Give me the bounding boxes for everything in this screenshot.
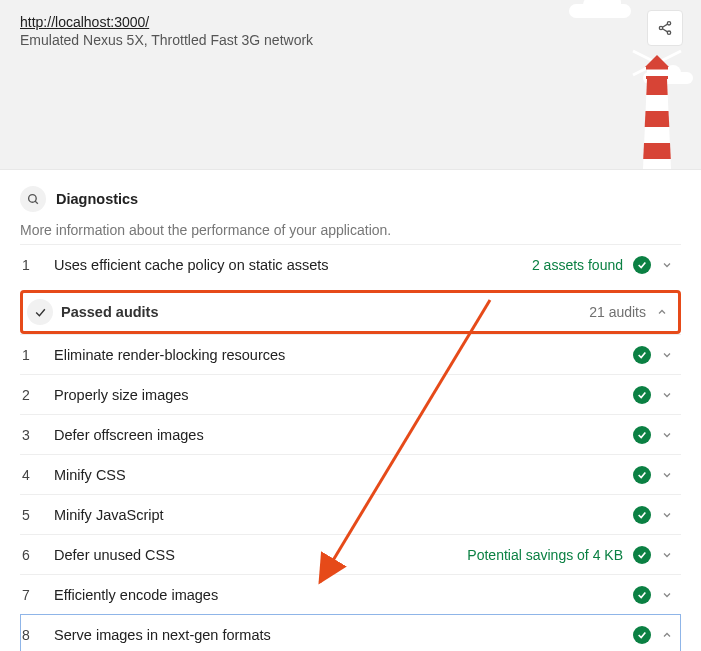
row-extra: Potential savings of 4 KB [467,547,623,563]
row-index: 5 [20,507,54,523]
row-index: 1 [20,347,54,363]
pass-icon [633,256,651,274]
row-title: Defer unused CSS [54,547,467,563]
svg-rect-7 [646,76,668,79]
svg-line-9 [35,201,38,204]
row-extra: 2 assets found [532,257,623,273]
row-index: 4 [20,467,54,483]
chevron-down-icon[interactable] [657,545,677,565]
pass-icon [633,426,651,444]
chevron-down-icon[interactable] [657,345,677,365]
chevron-down-icon[interactable] [657,465,677,485]
chevron-down-icon[interactable] [657,255,677,275]
pass-icon [633,466,651,484]
svg-point-1 [659,26,662,29]
svg-rect-6 [646,67,668,70]
passed-row[interactable]: 3 Defer offscreen images [20,414,681,454]
row-index: 2 [20,387,54,403]
svg-line-4 [662,29,667,32]
report-header: http://localhost:3000/ Emulated Nexus 5X… [0,0,701,170]
row-title: Minify JavaScript [54,507,633,523]
row-title: Properly size images [54,387,633,403]
environment-line: Emulated Nexus 5X, Throttled Fast 3G net… [20,32,681,48]
check-icon [34,306,47,319]
passed-audits-title: Passed audits [61,304,589,320]
svg-point-2 [667,31,670,34]
diagnostics-description: More information about the performance o… [20,218,681,244]
passed-row[interactable]: 5 Minify JavaScript [20,494,681,534]
row-index: 7 [20,587,54,603]
chevron-up-icon [652,302,672,322]
chevron-down-icon[interactable] [657,585,677,605]
share-button[interactable] [647,10,683,46]
passed-audits-count: 21 audits [589,304,646,320]
passed-row[interactable]: 7 Efficiently encode images [20,574,681,614]
svg-point-8 [28,194,36,202]
passed-audits-header[interactable]: Passed audits 21 audits [20,290,681,334]
passed-row[interactable]: 1 Eliminate render-blocking resources [20,334,681,374]
pass-icon [633,626,651,644]
chevron-down-icon[interactable] [657,425,677,445]
row-title: Defer offscreen images [54,427,633,443]
diagnostics-section: Diagnostics More information about the p… [0,170,701,651]
row-title: Uses efficient cache policy on static as… [54,257,532,273]
search-icon [27,193,40,206]
row-index: 8 [20,627,54,643]
passed-row-expanded[interactable]: 8 Serve images in next-gen formats [20,614,681,651]
chevron-up-icon[interactable] [657,625,677,645]
report-url[interactable]: http://localhost:3000/ [20,14,149,30]
svg-point-0 [667,22,670,25]
passed-row[interactable]: 4 Minify CSS [20,454,681,494]
row-index: 1 [20,257,54,273]
lighthouse-illustration [631,49,683,169]
row-title: Eliminate render-blocking resources [54,347,633,363]
pass-icon [633,386,651,404]
row-title: Efficiently encode images [54,587,633,603]
pass-icon [633,506,651,524]
row-index: 6 [20,547,54,563]
passed-row[interactable]: 2 Properly size images [20,374,681,414]
cloud-decoration [569,4,631,18]
svg-line-3 [662,24,667,27]
diagnostics-row[interactable]: 1 Uses efficient cache policy on static … [20,244,681,284]
diagnostics-title: Diagnostics [56,191,138,207]
passed-row[interactable]: 6 Defer unused CSS Potential savings of … [20,534,681,574]
pass-icon [633,546,651,564]
diagnostics-header: Diagnostics [20,180,681,218]
share-icon [657,20,673,36]
row-index: 3 [20,427,54,443]
row-title: Serve images in next-gen formats [54,627,633,643]
chevron-down-icon[interactable] [657,505,677,525]
chevron-down-icon[interactable] [657,385,677,405]
pass-icon [633,586,651,604]
row-title: Minify CSS [54,467,633,483]
pass-icon [633,346,651,364]
search-icon-circle [20,186,46,212]
check-icon-circle [27,299,53,325]
